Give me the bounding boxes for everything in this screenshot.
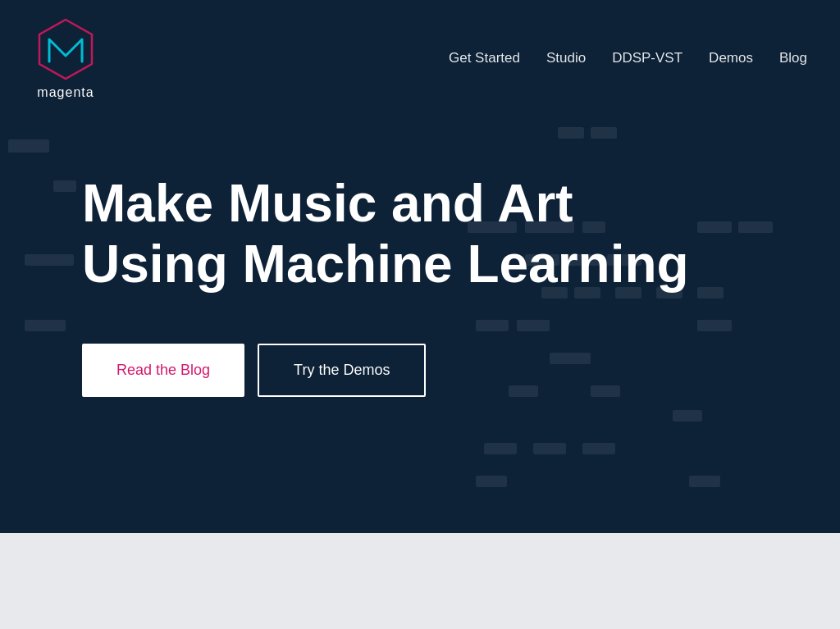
svg-marker-0 — [39, 20, 92, 79]
try-demos-button[interactable]: Try the Demos — [258, 344, 426, 397]
nav-demos[interactable]: Demos — [709, 50, 753, 66]
logo-area: magenta — [33, 16, 98, 100]
nav-ddsp-vst[interactable]: DDSP-VST — [612, 50, 682, 66]
read-blog-button[interactable]: Read the Blog — [82, 344, 244, 397]
nav-get-started[interactable]: Get Started — [449, 50, 520, 66]
nav-studio[interactable]: Studio — [546, 50, 586, 66]
hero-content: Make Music and Art Using Machine Learnin… — [0, 108, 840, 446]
hero-title: Make Music and Art Using Machine Learnin… — [82, 174, 738, 294]
nav-blog[interactable]: Blog — [779, 50, 807, 66]
cta-buttons: Read the Blog Try the Demos — [82, 344, 807, 397]
logo-icon — [33, 16, 98, 82]
navbar: magenta Get Started Studio DDSP-VST Demo… — [0, 0, 840, 108]
hero-title-line2: Using Machine Learning — [82, 235, 689, 294]
hero-title-line1: Make Music and Art — [82, 174, 573, 233]
nav-links: Get Started Studio DDSP-VST Demos Blog — [449, 50, 807, 66]
hero-section: magenta Get Started Studio DDSP-VST Demo… — [0, 0, 840, 533]
brand-name: magenta — [37, 85, 94, 100]
footer-area — [0, 533, 840, 629]
